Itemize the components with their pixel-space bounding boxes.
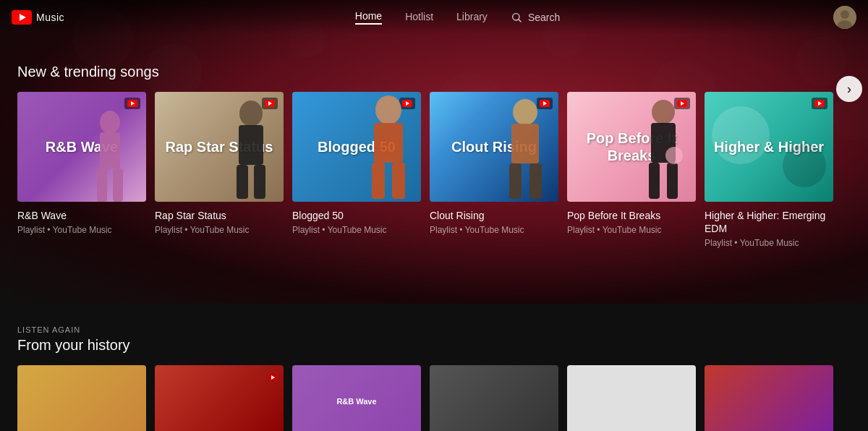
figure-silhouette bbox=[88, 108, 132, 202]
svg-rect-22 bbox=[374, 123, 403, 163]
rapstar-title: Rap Star Status bbox=[155, 209, 284, 222]
trending-title: New & trending songs bbox=[0, 64, 868, 80]
clout-title: Clout Rising bbox=[430, 209, 558, 222]
trending-section: New & trending songs R&B Wave bbox=[0, 64, 868, 248]
thumb-higher: Higher & Higher bbox=[705, 92, 833, 202]
history-card-4[interactable] bbox=[430, 365, 558, 431]
rnb-title: R&B Wave bbox=[17, 209, 146, 222]
card-rnb-wave[interactable]: R&B Wave R&B Wave Playlist • You bbox=[17, 92, 146, 248]
svg-point-37 bbox=[665, 147, 683, 164]
history-section: LISTEN AGAIN From your history R&B Wave bbox=[0, 325, 868, 431]
logo[interactable]: Music bbox=[12, 10, 64, 25]
svg-rect-36 bbox=[667, 163, 678, 199]
svg-rect-30 bbox=[529, 163, 542, 199]
cards-container: R&B Wave R&B Wave Playlist • You bbox=[0, 92, 868, 248]
user-avatar[interactable] bbox=[833, 6, 856, 29]
history-cards-row: R&B Wave bbox=[0, 365, 868, 431]
thumb-blogged: Blogged 50 bbox=[292, 92, 421, 202]
figure-pop bbox=[638, 98, 689, 199]
search-icon bbox=[511, 12, 522, 23]
svg-point-33 bbox=[652, 100, 675, 124]
history-card-1[interactable] bbox=[17, 365, 146, 431]
figure-rapstar bbox=[226, 98, 276, 199]
nav-hotlist[interactable]: Hotlist bbox=[405, 11, 433, 24]
svg-point-15 bbox=[239, 101, 263, 127]
blogged-title: Blogged 50 bbox=[292, 209, 421, 222]
svg-line-3 bbox=[519, 20, 521, 22]
history-label: LISTEN AGAIN bbox=[0, 325, 868, 334]
history-card-6[interactable] bbox=[705, 365, 833, 431]
navigation: Music Home Hotlist Library Search bbox=[0, 0, 868, 35]
youtube-icon bbox=[12, 10, 32, 25]
thumb-rnb-wave: R&B Wave bbox=[17, 92, 146, 202]
history-card-2[interactable] bbox=[155, 365, 284, 431]
clout-sub: Playlist • YouTube Music bbox=[430, 225, 558, 235]
nav-home[interactable]: Home bbox=[355, 10, 382, 25]
logo-text: Music bbox=[36, 12, 64, 23]
svg-point-21 bbox=[375, 95, 401, 124]
svg-rect-24 bbox=[392, 163, 405, 199]
card-rap-star[interactable]: Rap Star Status Rap Star Status Playlist… bbox=[155, 92, 284, 248]
higher-sub: Playlist • YouTube Music bbox=[705, 238, 833, 248]
svg-point-27 bbox=[513, 99, 537, 125]
search-label: Search bbox=[528, 12, 560, 23]
higher-title: Higher & Higher: Emerging EDM bbox=[705, 209, 833, 235]
thumb-rap-star: Rap Star Status bbox=[155, 92, 284, 202]
history-card-3[interactable]: R&B Wave bbox=[292, 365, 421, 431]
nav-links: Home Hotlist Library Search bbox=[93, 10, 833, 25]
figure-clout bbox=[498, 98, 553, 199]
next-button[interactable]: › bbox=[836, 76, 862, 102]
nav-library[interactable]: Library bbox=[456, 11, 488, 24]
thumb-clout: Clout Rising bbox=[430, 92, 558, 202]
rapstar-sub: Playlist • YouTube Music bbox=[155, 225, 284, 235]
svg-point-5 bbox=[841, 10, 849, 19]
svg-rect-23 bbox=[372, 163, 385, 199]
blogged-sub: Playlist • YouTube Music bbox=[292, 225, 421, 235]
trending-cards-row: R&B Wave R&B Wave Playlist • You bbox=[0, 92, 868, 248]
card-pop[interactable]: Pop Before It Breaks bbox=[567, 92, 696, 248]
history-title: From your history bbox=[0, 337, 868, 354]
avatar-image bbox=[833, 6, 856, 29]
card-higher[interactable]: Higher & Higher Higher & Higher: Emergin… bbox=[705, 92, 833, 248]
svg-rect-12 bbox=[113, 168, 123, 202]
svg-rect-16 bbox=[239, 125, 263, 165]
svg-rect-10 bbox=[100, 132, 120, 168]
app-container: Music Home Hotlist Library Search New bbox=[0, 0, 868, 431]
svg-rect-17 bbox=[237, 165, 248, 199]
svg-rect-18 bbox=[254, 165, 265, 199]
history-card-5[interactable] bbox=[567, 365, 696, 431]
svg-rect-29 bbox=[509, 163, 522, 199]
search-button[interactable]: Search bbox=[511, 12, 560, 23]
svg-rect-28 bbox=[511, 124, 539, 163]
pop-sub: Playlist • YouTube Music bbox=[567, 225, 696, 235]
pop-title: Pop Before It Breaks bbox=[567, 209, 696, 222]
card-clout[interactable]: Clout Rising Clout Rising Playlist • You… bbox=[430, 92, 558, 248]
thumb-pop: Pop Before It Breaks bbox=[567, 92, 696, 202]
svg-point-9 bbox=[100, 111, 120, 134]
svg-rect-11 bbox=[97, 168, 107, 202]
figure-blogged bbox=[359, 94, 417, 199]
yt-badge-6 bbox=[812, 98, 827, 109]
rnb-sub: Playlist • YouTube Music bbox=[17, 225, 146, 235]
svg-rect-35 bbox=[649, 163, 660, 199]
card-blogged[interactable]: Blogged 50 Blogged 50 Playlist • YouTube… bbox=[292, 92, 421, 248]
